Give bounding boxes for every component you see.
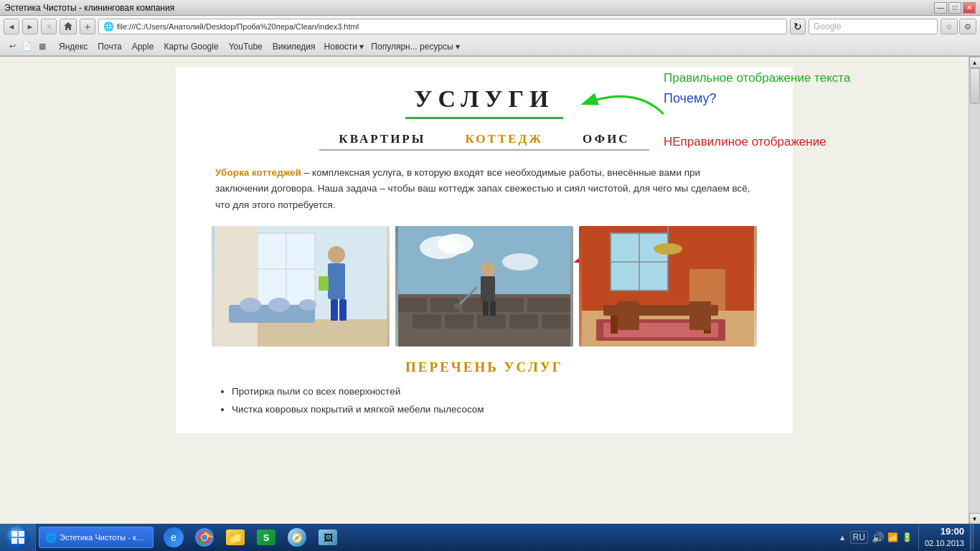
bookmark-popular-dropdown[interactable]: Популярн... ресурсы ▾ xyxy=(368,41,463,52)
toolbar-buttons: ☆ ⚙ xyxy=(941,19,976,34)
tab-office[interactable]: ОФИС xyxy=(583,132,630,146)
scroll-up-button[interactable]: ▲ xyxy=(969,57,981,68)
bookmark-wikipedia[interactable]: Википедия xyxy=(268,41,320,52)
network-icon[interactable]: 📶 xyxy=(887,532,898,542)
refresh-button[interactable]: ↻ xyxy=(790,19,806,34)
taskbar-safari[interactable]: 🧭 xyxy=(283,524,311,550)
scroll-track xyxy=(969,68,980,513)
bookmarks-bar: ↩ 📄 ▦ Яндекс Почта Apple Карты Google Yo… xyxy=(0,37,980,56)
close-button[interactable]: ✕ xyxy=(963,2,976,14)
service-description: Уборка коттеджей – комплексная услуга, в… xyxy=(212,165,757,213)
svg-rect-45 xyxy=(611,316,618,334)
service-item-2: Чистка ковровых покрытий и мягкой мебели… xyxy=(232,400,757,419)
taskbar-right: ▲ RU 🔊 📶 🔋 19:00 02.10.2013 xyxy=(833,524,980,550)
tab-apartments[interactable]: КВАРТИРЫ xyxy=(339,132,425,146)
svg-rect-26 xyxy=(445,314,473,329)
content-area: Правильное отображение текста Почему? НЕ… xyxy=(0,57,980,524)
address-bar[interactable]: 🌐 file:///C:/Users/Анатолий/Desktop/Проб… xyxy=(98,19,787,34)
svg-point-6 xyxy=(328,246,345,263)
svg-rect-49 xyxy=(618,301,639,330)
svg-point-30 xyxy=(481,262,495,276)
battery-icon[interactable]: 🔋 xyxy=(902,532,913,542)
back-history-icon[interactable]: ↩ xyxy=(6,40,19,53)
clock-date: 02.10.2013 xyxy=(925,538,964,549)
search-bar[interactable]: Google xyxy=(809,19,938,34)
svg-rect-28 xyxy=(509,314,538,329)
bookmark-mail[interactable]: Почта xyxy=(93,41,126,52)
tabs-row: КВАРТИРЫ КОТТЕДЖ ОФИС xyxy=(212,132,757,146)
nav-bar: ◄ ► ✕ + 🌐 file:///C:/Users/Анатолий/Desk… xyxy=(0,16,980,37)
taskbar-apps: e 📁 S 🧭 🖼 xyxy=(156,524,345,550)
service-item-1: Протирка пыли со всех поверхностей xyxy=(232,382,757,401)
svg-rect-9 xyxy=(339,299,347,321)
image-cleaning xyxy=(212,226,390,347)
window-title: Эстетика Чистоты - клининговая компания xyxy=(4,3,174,13)
bookmark-maps[interactable]: Карты Google xyxy=(159,41,222,52)
add-tab-button[interactable]: + xyxy=(80,19,95,34)
volume-icon[interactable]: 🔊 xyxy=(872,532,884,543)
svg-rect-32 xyxy=(483,301,489,316)
pictures-icon: 🖼 xyxy=(319,529,337,545)
search-placeholder: Google xyxy=(814,22,842,32)
active-window-icon: 🌐 xyxy=(45,532,57,543)
window-controls: — □ ✕ xyxy=(934,2,976,14)
browser-chrome: ◄ ► ✕ + 🌐 file:///C:/Users/Анатолий/Desk… xyxy=(0,16,980,57)
svg-rect-7 xyxy=(328,263,345,299)
scroll-thumb[interactable] xyxy=(970,68,980,104)
title-bar: Эстетика Чистоты - клининговая компания … xyxy=(0,0,980,16)
svg-point-13 xyxy=(268,298,290,312)
svg-rect-20 xyxy=(398,298,427,312)
taskbar-chrome[interactable] xyxy=(190,524,219,550)
bookmark-apple[interactable]: Apple xyxy=(128,41,159,52)
svg-rect-31 xyxy=(481,276,495,301)
stop-button[interactable]: ✕ xyxy=(41,19,57,34)
tray-arrow-icon[interactable]: ▲ xyxy=(839,533,847,542)
taskbar-pictures[interactable]: 🖼 xyxy=(314,524,342,550)
svg-rect-8 xyxy=(331,299,338,321)
bm-nav-icons: ↩ 📄 ▦ xyxy=(6,40,49,53)
grid-icon[interactable]: ▦ xyxy=(36,40,49,53)
taskbar-explorer[interactable]: 📁 xyxy=(221,524,250,550)
home-button[interactable] xyxy=(60,19,77,34)
tab-cottage[interactable]: КОТТЕДЖ xyxy=(465,132,543,146)
svg-point-54 xyxy=(202,534,207,540)
taskbar-ie[interactable]: e xyxy=(159,524,188,550)
maximize-button[interactable]: □ xyxy=(948,2,961,14)
svg-rect-27 xyxy=(477,314,506,329)
forward-button[interactable]: ► xyxy=(22,19,38,34)
lang-indicator[interactable]: RU xyxy=(850,531,868,544)
minimize-button[interactable]: — xyxy=(934,2,947,14)
svg-point-17 xyxy=(438,234,473,254)
taskbar: 🌐 Эстетика Чистоты - кли... e 📁 S 🧭 xyxy=(0,524,980,551)
svg-point-35 xyxy=(453,303,462,309)
content-wrapper: Правильное отображение текста Почему? НЕ… xyxy=(176,67,793,433)
address-text: file:///C:/Users/Анатолий/Desktop/Проба%… xyxy=(117,22,359,31)
outer-page: Правильное отображение текста Почему? НЕ… xyxy=(0,57,969,524)
tabs-underline xyxy=(319,149,649,151)
safari-icon: 🧭 xyxy=(288,528,306,547)
taskbar-slides[interactable]: S xyxy=(252,524,281,550)
chrome-icon xyxy=(195,528,214,547)
description-highlight: Уборка коттеджей xyxy=(215,167,301,178)
clock-time: 19:00 xyxy=(925,525,964,538)
page-content: Правильное отображение текста Почему? НЕ… xyxy=(0,57,969,524)
svg-point-14 xyxy=(299,299,316,311)
service-list: Протирка пыли со всех поверхностей Чистк… xyxy=(212,382,757,419)
active-window-taskbar[interactable]: 🌐 Эстетика Чистоты - кли... xyxy=(39,527,154,548)
scroll-down-button[interactable]: ▼ xyxy=(969,513,981,524)
back-button[interactable]: ◄ xyxy=(4,19,19,34)
bookmark-yandex[interactable]: Яндекс xyxy=(55,41,92,52)
bookmark-news-dropdown[interactable]: Новости ▾ xyxy=(321,41,367,52)
svg-rect-25 xyxy=(413,314,441,329)
favorites-button[interactable]: ☆ xyxy=(941,19,958,34)
section-title: УСЛУГИ xyxy=(212,85,757,113)
tools-button[interactable]: ⚙ xyxy=(959,19,976,34)
bookmark-youtube[interactable]: YouTube xyxy=(225,41,267,52)
svg-point-18 xyxy=(502,253,538,270)
ie-icon: e xyxy=(164,527,184,547)
show-desktop-button[interactable] xyxy=(970,524,974,550)
page-icon[interactable]: 📄 xyxy=(21,40,34,53)
start-button[interactable] xyxy=(0,524,36,551)
scrollbar[interactable]: ▲ ▼ xyxy=(969,57,980,524)
clock[interactable]: 19:00 02.10.2013 xyxy=(918,525,964,550)
